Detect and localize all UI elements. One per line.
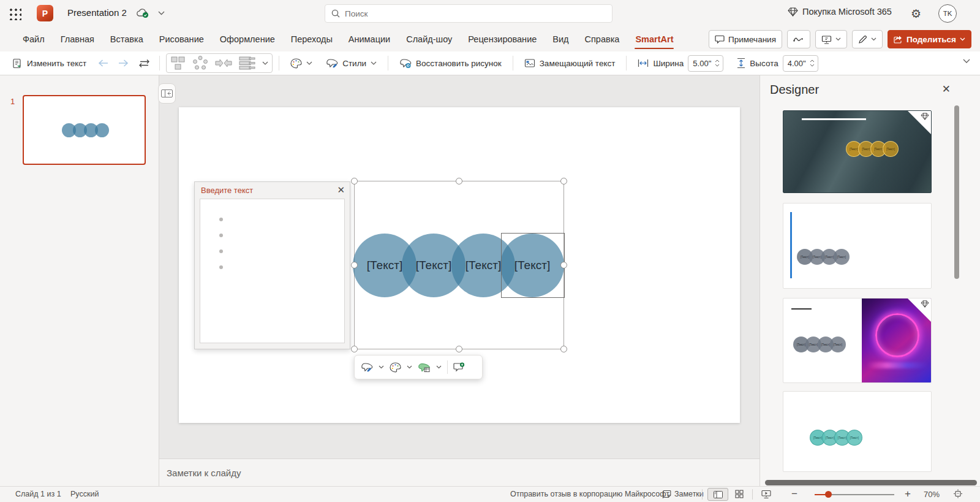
- zoom-level[interactable]: 70%: [924, 490, 940, 499]
- text-pane-title: Введите текст: [201, 186, 253, 195]
- tab-home[interactable]: Главная: [53, 27, 102, 51]
- menu-right-actions: Примечания Подел: [709, 30, 971, 48]
- styles-button[interactable]: Стили: [321, 54, 382, 72]
- bullet-item[interactable]: [219, 249, 223, 253]
- settings-gear-icon[interactable]: ⚙: [911, 7, 921, 21]
- move-up-arrow-icon[interactable]: [95, 54, 111, 72]
- tab-insert[interactable]: Вставка: [102, 27, 151, 51]
- premium-diamond-icon: [921, 113, 929, 120]
- language-selector[interactable]: Русский: [70, 490, 99, 498]
- resize-handle-ne[interactable]: [560, 178, 567, 184]
- layout-gallery-chevron-icon[interactable]: [262, 61, 268, 65]
- right-to-left-swap-icon[interactable]: [135, 54, 153, 72]
- width-stepper[interactable]: [715, 59, 720, 67]
- grid-view-icon[interactable]: [735, 490, 744, 498]
- shape-style-chevron-icon[interactable]: [379, 365, 384, 369]
- notes-toggle[interactable]: Заметки: [674, 490, 704, 498]
- height-stepper[interactable]: [810, 59, 815, 67]
- tab-review[interactable]: Рецензирование: [460, 27, 545, 51]
- resize-handle-e[interactable]: [560, 262, 567, 268]
- height-field-group: Высота: [732, 54, 823, 72]
- slide-thumbnail[interactable]: [23, 95, 146, 165]
- slideshow-view-icon[interactable]: [761, 490, 771, 498]
- resize-handle-s[interactable]: [456, 346, 462, 352]
- cloud-saved-icon[interactable]: [136, 8, 149, 18]
- tab-transitions[interactable]: Переходы: [283, 27, 341, 51]
- change-layout-icon[interactable]: [418, 362, 431, 373]
- text-pane-body[interactable]: [200, 199, 345, 343]
- design-suggestion-3[interactable]: [Текст] [Текст] [Текст] [Текст]: [783, 298, 932, 383]
- layout-opposing-arrows-icon[interactable]: [214, 58, 233, 68]
- resize-handle-se[interactable]: [560, 346, 567, 352]
- bullet-item[interactable]: [219, 218, 223, 221]
- change-layout-chevron-icon[interactable]: [436, 365, 442, 369]
- color-fill-chevron-icon[interactable]: [407, 365, 412, 369]
- alt-text-button[interactable]: Замещающий текст: [519, 54, 620, 72]
- layout-cycle-icon[interactable]: [192, 55, 208, 71]
- buy-microsoft365-button[interactable]: Покупка Microsoft 365: [788, 7, 892, 17]
- tab-file[interactable]: Файл: [15, 27, 53, 51]
- present-chevron-down-icon[interactable]: [835, 37, 841, 41]
- text-pane-close-icon[interactable]: ✕: [337, 184, 345, 196]
- tab-smartart[interactable]: SmartArt: [627, 27, 681, 51]
- designer-vertical-scrollbar[interactable]: [954, 105, 959, 279]
- zoom-slider-thumb[interactable]: [825, 491, 832, 498]
- comments-button[interactable]: Примечания: [709, 30, 782, 48]
- normal-view-button[interactable]: [707, 488, 728, 501]
- zoom-out-button[interactable]: −: [791, 488, 797, 500]
- height-input[interactable]: [788, 59, 810, 68]
- tab-animations[interactable]: Анимации: [341, 27, 398, 51]
- draw-chevron-down-icon[interactable]: [871, 37, 876, 41]
- search-box[interactable]: [325, 4, 612, 23]
- zoom-in-button[interactable]: +: [905, 488, 911, 500]
- tab-view[interactable]: Вид: [545, 27, 576, 51]
- width-input[interactable]: [693, 59, 715, 68]
- share-button[interactable]: Поделиться: [888, 30, 971, 48]
- powerpoint-logo[interactable]: P: [37, 5, 53, 21]
- notes-icon[interactable]: [663, 490, 671, 498]
- resize-handle-n[interactable]: [456, 178, 462, 184]
- layout-hierarchy-icon[interactable]: [170, 56, 186, 70]
- design-suggestion-1[interactable]: [Текст] [Текст] [Текст] [Текст]: [783, 110, 932, 193]
- shape-style-icon[interactable]: [361, 362, 373, 372]
- collapse-slides-panel-button[interactable]: [158, 83, 176, 104]
- styles-chevron-down-icon[interactable]: [371, 61, 377, 65]
- fit-slide-icon[interactable]: [953, 489, 963, 498]
- tab-help[interactable]: Справка: [577, 27, 628, 51]
- tab-slideshow[interactable]: Слайд-шоу: [398, 27, 460, 51]
- mini-label: [Текст]: [813, 256, 821, 259]
- title-chevron-down-icon[interactable]: [158, 11, 165, 15]
- colors-chevron-down-icon[interactable]: [306, 61, 312, 65]
- design-suggestion-4[interactable]: [Текст] [Текст] [Текст] [Текст]: [783, 391, 932, 472]
- reset-graphic-button[interactable]: Восстановить рисунок: [394, 54, 507, 72]
- search-input[interactable]: [345, 9, 606, 18]
- color-palette-icon: [290, 58, 302, 69]
- resize-handle-sw[interactable]: [351, 346, 358, 352]
- bullet-item[interactable]: [219, 234, 223, 237]
- draw-tools-button[interactable]: [852, 30, 883, 48]
- new-comment-icon[interactable]: [453, 362, 465, 373]
- design-suggestion-2[interactable]: [Текст] [Текст] [Текст] [Текст]: [783, 203, 932, 289]
- floatbar-divider: [447, 360, 448, 374]
- layout-list-icon[interactable]: [239, 56, 256, 70]
- feedback-link[interactable]: Отправить отзыв в корпорацию Майкрософт: [510, 490, 669, 498]
- designer-close-icon[interactable]: ✕: [942, 83, 951, 96]
- move-down-arrow-icon[interactable]: [115, 54, 132, 72]
- edit-text-button[interactable]: Изменить текст: [7, 54, 91, 72]
- app-launcher-waffle-icon[interactable]: [8, 7, 21, 20]
- tab-draw[interactable]: Рисование: [151, 27, 212, 51]
- present-button[interactable]: [815, 30, 847, 48]
- color-fill-icon[interactable]: [390, 362, 401, 373]
- share-chevron-down-icon[interactable]: [960, 37, 965, 41]
- ink-replay-button[interactable]: [787, 30, 810, 48]
- ribbon-collapse-chevron-icon[interactable]: [963, 59, 970, 63]
- document-title[interactable]: Presentation 2: [67, 7, 127, 18]
- resize-handle-w[interactable]: [351, 262, 358, 268]
- notes-bar[interactable]: Заметки к слайду: [159, 458, 760, 486]
- avatar[interactable]: TK: [938, 4, 957, 23]
- tab-design[interactable]: Оформление: [212, 27, 283, 51]
- bullet-item[interactable]: [219, 265, 223, 269]
- change-colors-button[interactable]: [285, 54, 317, 72]
- designer-horizontal-scrollbar[interactable]: [765, 480, 977, 485]
- resize-handle-nw[interactable]: [351, 178, 358, 184]
